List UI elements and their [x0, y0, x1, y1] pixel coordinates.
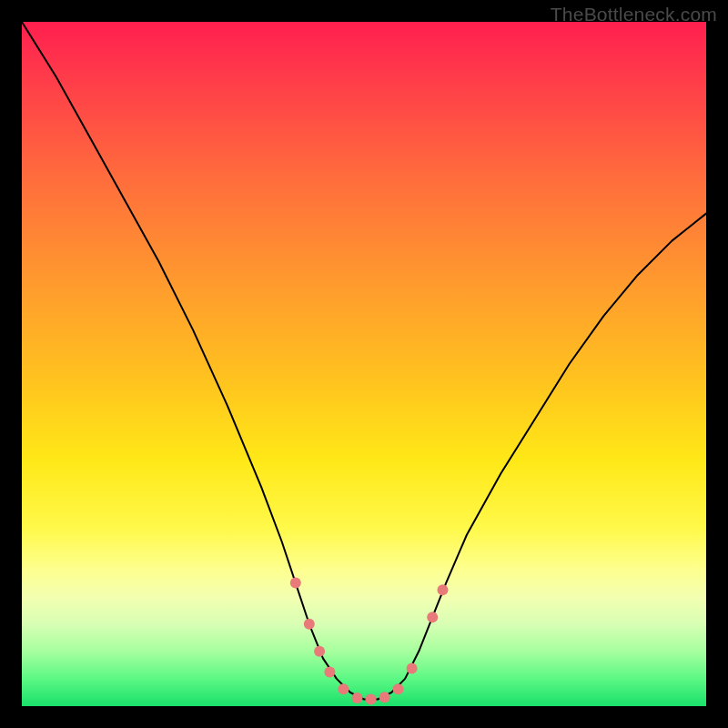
curve-marker [393, 683, 404, 694]
curve-marker [314, 646, 325, 657]
chart-svg [22, 22, 706, 706]
curve-marker [438, 584, 449, 595]
curve-marker [427, 612, 438, 622]
watermark-text: TheBottleneck.com [551, 4, 717, 25]
curve-marker [379, 692, 390, 703]
curve-marker [366, 694, 377, 705]
curve-marker [324, 666, 335, 677]
curve-marker [304, 619, 315, 630]
curve-marker [338, 683, 349, 694]
curve-path [22, 22, 706, 700]
curve-marker [407, 663, 418, 674]
curve-marker [290, 578, 301, 589]
plot-area [22, 22, 706, 706]
chart-frame: TheBottleneck.com [0, 0, 728, 728]
curve-marker [352, 693, 363, 703]
